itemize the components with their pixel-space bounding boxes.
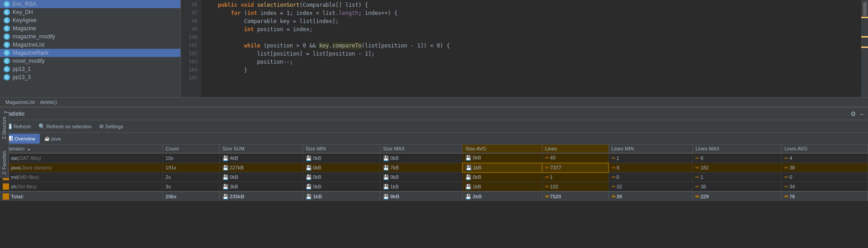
java-icon: ☕: [44, 136, 50, 141]
total-icon: [3, 193, 9, 200]
line-numbers: 96 97 98 99 100 101 102 103 104 105: [181, 0, 201, 97]
cell-size-sum: 💾0kB: [219, 173, 302, 182]
class-icon: C: [4, 25, 10, 32]
cell-size-max: 💾0kB: [380, 153, 462, 163]
lines-icon: ✏: [545, 184, 549, 189]
cell-size-min: 💾0kB: [302, 153, 380, 163]
size-icon: 💾: [222, 155, 229, 161]
scroll-marker-1: [861, 17, 868, 18]
lines-icon: ✏: [612, 194, 616, 199]
favorites-tab[interactable]: 2: Favorites: [1, 147, 8, 178]
cell-lines: ✏7377: [542, 163, 609, 173]
col-lines-avg[interactable]: Lines AVG: [782, 145, 868, 153]
sidebar-item-magazinelist[interactable]: C MagazineList: [0, 41, 180, 49]
sidebar-item-magazine-modify[interactable]: C magazine_modify: [0, 33, 180, 41]
code-line-96: public void selectionSort(Comparable[] l…: [201, 1, 861, 9]
sidebar-item-novel-modify[interactable]: C novel_modify: [0, 57, 180, 65]
header-icons: ⚙ –: [849, 109, 864, 118]
settings-button[interactable]: ⚙ Settings: [96, 122, 126, 131]
breadcrumb-item-2[interactable]: delete(): [40, 99, 57, 105]
sidebar-item-magazine[interactable]: C Magazine: [0, 24, 180, 33]
table-container: Extension ▲ Count Size SUM Size MIN Size…: [0, 145, 868, 248]
sidebar-item-label: pp13_3: [13, 74, 31, 80]
cell-total-label: Total:: [0, 192, 163, 201]
minimize-icon[interactable]: –: [859, 109, 864, 118]
lines-icon: ✏: [695, 194, 699, 199]
cell-size-sum: 💾4kB: [219, 153, 302, 163]
lines-icon: ✏: [784, 174, 788, 180]
lines-icon: ✏: [545, 194, 549, 199]
file-sidebar: C Enc_RSA C Key_DH C KeyAgree C Magazine…: [0, 0, 181, 97]
col-size-avg[interactable]: Size AVG: [462, 145, 542, 153]
scroll-thumb[interactable]: [863, 2, 867, 16]
refresh-selection-icon: 🔍: [38, 123, 45, 130]
size-icon: 💾: [222, 184, 229, 189]
col-lines-max[interactable]: Lines MAX: [693, 145, 782, 153]
cell-count: 10x: [163, 153, 220, 163]
sidebar-item-pp13-3[interactable]: C pp13_3: [0, 73, 180, 81]
class-icon: C: [4, 50, 10, 56]
sidebar-item-enc-rsa[interactable]: C Enc_RSA: [0, 0, 180, 8]
col-size-sum[interactable]: Size SUM: [219, 145, 302, 153]
z-structure-tab[interactable]: Z-Structure: [1, 113, 8, 143]
tab-overview-label: Overview: [14, 136, 35, 141]
code-line-98: Comparable key = list[index];: [201, 17, 861, 25]
cell-lines-avg: ✏0: [782, 173, 868, 182]
cell-total-size-sum: 💾235kB: [219, 192, 302, 201]
statistic-panel: Statistic ⚙ – 🔄 Refresh 🔍 Refresh on sel…: [0, 107, 868, 248]
scrollbar[interactable]: [861, 0, 868, 97]
size-icon: 💾: [306, 165, 312, 170]
tab-java[interactable]: ☕ java: [40, 134, 65, 144]
code-line-104: }: [201, 66, 861, 74]
col-extension[interactable]: Extension ▲: [0, 145, 163, 153]
size-icon: 💾: [306, 194, 312, 199]
size-icon: 💾: [306, 184, 312, 189]
size-icon: 💾: [465, 184, 472, 189]
code-line-101: while (position > 0 && key.compareTo(lis…: [201, 42, 861, 50]
cell-count: 191x: [163, 163, 220, 173]
code-line-99: int position = index;: [201, 25, 861, 33]
cell-total-lines-min: ✏39: [609, 192, 693, 201]
class-icon: C: [4, 66, 10, 72]
sidebar-item-magazinerack[interactable]: C MagazineRack: [0, 49, 180, 57]
lines-icon: ✏: [784, 155, 788, 161]
size-icon: 💾: [465, 194, 472, 199]
settings-gear-icon[interactable]: ⚙: [849, 109, 857, 118]
code-panel: 96 97 98 99 100 101 102 103 104 105 publ…: [181, 0, 868, 97]
sidebar-item-label: magazine_modify: [13, 33, 55, 40]
file-type-icon: [3, 183, 9, 190]
table-total-row: Total: 206x 💾235kB 💾1kB 💾9kB 💾2kB ✏7520 …: [0, 192, 868, 201]
toolbar: 🔄 Refresh 🔍 Refresh on selection ⚙ Setti…: [0, 120, 868, 133]
sidebar-item-keyagree[interactable]: C KeyAgree: [0, 16, 180, 24]
scroll-marker-3: [861, 47, 868, 48]
cell-lines-min: ✏32: [609, 182, 693, 192]
cell-total-size-max: 💾9kB: [380, 192, 462, 201]
sidebar-item-pp13-1[interactable]: C pp13_1: [0, 65, 180, 73]
col-size-max[interactable]: Size MAX: [380, 145, 462, 153]
class-icon: C: [4, 74, 10, 80]
sidebar-item-key-dh[interactable]: C Key_DH: [0, 8, 180, 16]
lines-icon: ✏: [545, 155, 549, 160]
col-lines[interactable]: Lines: [542, 145, 609, 153]
cell-lines-max: ✏182: [693, 163, 782, 173]
size-icon: 💾: [383, 174, 389, 180]
sidebar-item-label: MagazineRack: [13, 50, 48, 56]
code-line-103: position--;: [201, 58, 861, 66]
col-lines-min[interactable]: Lines MIN: [609, 145, 693, 153]
cell-lines-avg: ✏38: [782, 163, 868, 173]
lines-icon: ✏: [612, 155, 616, 161]
cell-size-max: 💾0kB: [380, 173, 462, 182]
cell-size-avg: 💾0kB: [462, 153, 542, 163]
breadcrumb-item-1[interactable]: MagazineList: [5, 99, 35, 105]
col-size-min[interactable]: Size MIN: [302, 145, 380, 153]
class-icon: C: [4, 9, 10, 15]
size-icon: 💾: [383, 184, 389, 189]
refresh-on-selection-button[interactable]: 🔍 Refresh on selection: [36, 122, 94, 131]
cell-total-lines-avg: ✏76: [782, 192, 868, 201]
breadcrumb: MagazineList › delete(): [0, 97, 868, 107]
cell-total-lines-max: ✏229: [693, 192, 782, 201]
lines-icon: ✏: [545, 174, 549, 180]
total-text: Total:: [11, 194, 24, 199]
lines-icon: ✏: [695, 174, 699, 180]
col-count[interactable]: Count: [163, 145, 220, 153]
